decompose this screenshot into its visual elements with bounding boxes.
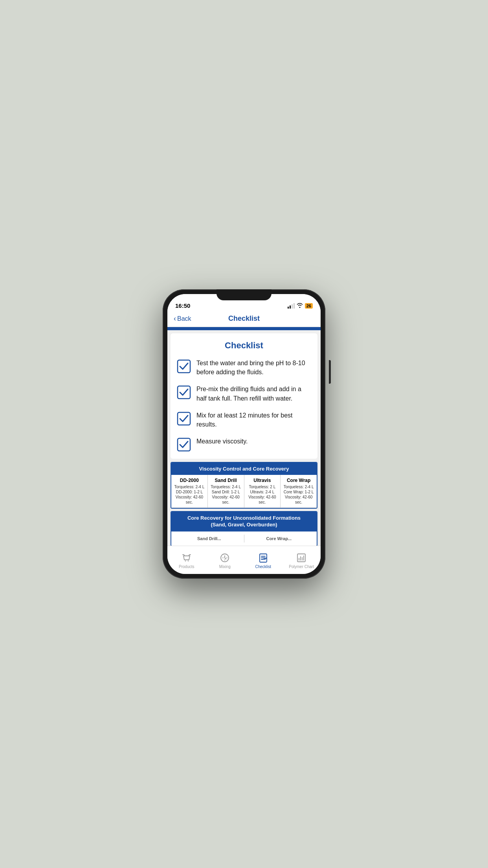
col-title-dd2000: DD-2000 xyxy=(174,478,205,483)
viscosity-table: Viscosity Control and Core Recovery DD-2… xyxy=(171,462,317,509)
tab-mixing[interactable]: Mixing xyxy=(206,546,244,574)
polymer-chart-icon xyxy=(296,553,306,563)
back-button[interactable]: ‹ Back xyxy=(174,314,191,323)
checklist-text-1: Test the water and bring the pH to 8-10 … xyxy=(196,359,311,377)
tab-polymer-chart[interactable]: Polymer Chart xyxy=(283,546,321,574)
checklist-icon xyxy=(258,553,268,563)
phone-frame: 16:50 26 xyxy=(163,289,325,579)
status-time: 16:50 xyxy=(175,302,190,309)
checklist-card: Checklist Test the water and bring the p… xyxy=(171,333,317,459)
checklist-text-2: Pre-mix the drilling fluids and add in a… xyxy=(196,384,311,403)
table1-col-dd2000: DD-2000 Torqueless: 2-4 LDD-2000: 1-2 LV… xyxy=(171,475,208,508)
table1-col-ultravis: Ultravis Torqueless: 2 LUltravis: 2-4 LV… xyxy=(244,475,281,508)
notch xyxy=(216,289,272,300)
svg-rect-11 xyxy=(297,554,305,562)
battery-indicator: 26 xyxy=(305,303,313,309)
checklist-text-4: Measure viscosity. xyxy=(196,437,311,446)
core-recovery-table: Core Recovery for Unconsolidated Formati… xyxy=(171,511,317,546)
wifi-icon xyxy=(297,303,303,309)
col-details-corewrap: Torqueless: 2-4 LCore Wrap: 1-2 LViscosi… xyxy=(283,484,314,505)
nav-header: ‹ Back Checklist xyxy=(167,311,321,327)
side-button xyxy=(329,360,331,384)
col-details-dd2000: Torqueless: 2-4 LDD-2000: 1-2 LViscosity… xyxy=(174,484,205,505)
svg-point-5 xyxy=(188,561,189,561)
col-title-corewrap: Core Wrap xyxy=(283,478,314,483)
tab-products[interactable]: Products xyxy=(167,546,206,574)
status-icons: 26 xyxy=(288,303,313,309)
table1-row: DD-2000 Torqueless: 2-4 LDD-2000: 1-2 LV… xyxy=(171,475,317,508)
tab-polymer-chart-label: Polymer Chart xyxy=(289,565,314,569)
checkbox-icon-2 xyxy=(177,385,191,399)
col-title-sanddrill: Sand Drill xyxy=(210,478,242,483)
checklist-items: Test the water and bring the pH to 8-10 … xyxy=(177,359,311,452)
blue-separator xyxy=(167,327,321,330)
checkbox-icon-4 xyxy=(177,438,191,452)
back-chevron-icon: ‹ xyxy=(174,314,176,323)
tab-mixing-label: Mixing xyxy=(219,565,231,569)
checklist-item-3: Mix for at least 12 minutes for best res… xyxy=(177,411,311,429)
col-details-sanddrill: Torqueless: 2-4 LSand Drill: 1-2 LViscos… xyxy=(210,484,242,505)
checkbox-icon-3 xyxy=(177,412,191,426)
col-title-ultravis: Ultravis xyxy=(247,478,278,483)
table2-content: Sand Drill... Core Wrap... xyxy=(171,531,317,546)
tab-checklist-label: Checklist xyxy=(255,565,271,569)
table1-col-corewrap: Core Wrap Torqueless: 2-4 LCore Wrap: 1-… xyxy=(281,475,317,508)
checklist-item-1: Test the water and bring the pH to 8-10 … xyxy=(177,359,311,377)
svg-point-4 xyxy=(185,561,186,561)
table1-header: Viscosity Control and Core Recovery xyxy=(171,463,317,475)
tab-checklist[interactable]: Checklist xyxy=(244,546,283,574)
back-label: Back xyxy=(177,315,191,322)
mixing-icon xyxy=(220,553,230,563)
checklist-item-4: Measure viscosity. xyxy=(177,437,311,452)
table1-col-sanddrill: Sand Drill Torqueless: 2-4 LSand Drill: … xyxy=(208,475,244,508)
signal-icon xyxy=(288,303,295,309)
checkbox-icon-1 xyxy=(177,359,191,373)
checklist-item-2: Pre-mix the drilling fluids and add in a… xyxy=(177,384,311,403)
main-content[interactable]: Checklist Test the water and bring the p… xyxy=(167,330,321,546)
checklist-title: Checklist xyxy=(177,340,311,351)
phone-screen: 16:50 26 xyxy=(167,294,321,574)
table2-header: Core Recovery for Unconsolidated Formati… xyxy=(171,512,317,531)
col-details-ultravis: Torqueless: 2 LUltravis: 2-4 LViscosity:… xyxy=(247,484,278,505)
basket-icon xyxy=(182,553,192,563)
nav-title: Checklist xyxy=(228,314,260,323)
bottom-nav: Products Mixing xyxy=(167,546,321,574)
checklist-text-3: Mix for at least 12 minutes for best res… xyxy=(196,411,311,429)
tab-products-label: Products xyxy=(179,565,194,569)
